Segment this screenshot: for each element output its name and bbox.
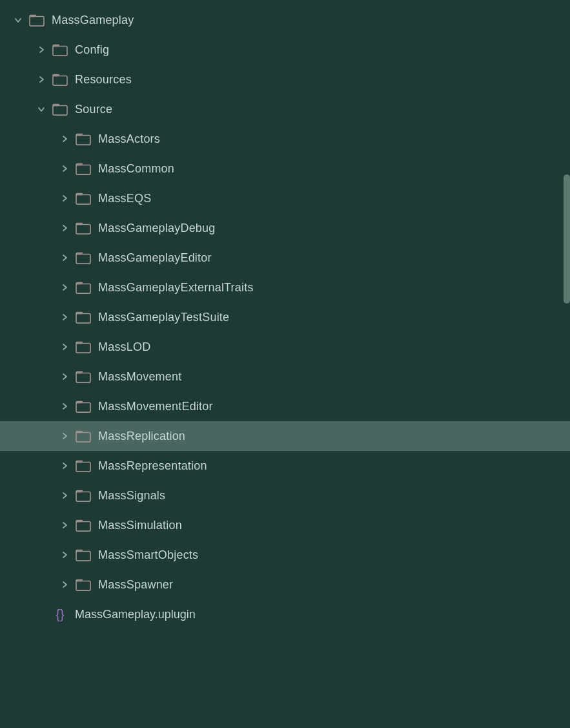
folder-icon <box>75 548 92 562</box>
item-label-mass-gameplay-test-suite: MassGameplayTestSuite <box>98 311 229 324</box>
folder-icon <box>75 251 92 265</box>
tree-item-mass-eqs[interactable]: MassEQS <box>0 183 570 213</box>
folder-icon <box>52 72 68 87</box>
plugin-icon: {} <box>52 607 68 621</box>
tree-item-mass-actors[interactable]: MassActors <box>0 124 570 154</box>
folder-icon <box>75 310 92 324</box>
folder-icon <box>75 459 92 473</box>
item-label-mass-gameplay-editor: MassGameplayEditor <box>98 251 212 265</box>
item-label-mass-actors: MassActors <box>98 132 160 146</box>
svg-rect-19 <box>76 581 90 591</box>
folder-icon <box>75 132 92 146</box>
svg-rect-4 <box>76 136 90 145</box>
chevron-right-icon <box>57 250 72 265</box>
item-label-mass-simulation: MassSimulation <box>98 519 182 532</box>
folder-icon <box>75 399 92 413</box>
item-label-source: Source <box>75 103 112 116</box>
tree-item-mass-movement-editor[interactable]: MassMovementEditor <box>0 391 570 421</box>
tree-item-mass-gameplay-test-suite[interactable]: MassGameplayTestSuite <box>0 302 570 332</box>
tree-item-mass-lod[interactable]: MassLOD <box>0 332 570 362</box>
chevron-right-icon <box>57 547 72 563</box>
svg-rect-8 <box>76 255 90 264</box>
item-label-config: Config <box>75 43 109 57</box>
scrollbar[interactable] <box>564 0 570 728</box>
file-tree: MassGameplay Config Resources Source Mas… <box>0 0 570 728</box>
folder-icon <box>75 161 92 176</box>
item-label-resources: Resources <box>75 73 132 87</box>
svg-rect-0 <box>30 17 44 26</box>
tree-item-mass-smart-objects[interactable]: MassSmartObjects <box>0 540 570 570</box>
folder-icon <box>28 13 45 27</box>
svg-rect-10 <box>76 314 90 324</box>
tree-item-mass-representation[interactable]: MassRepresentation <box>0 451 570 481</box>
tree-item-mass-gameplay[interactable]: MassGameplay <box>0 5 570 35</box>
svg-rect-15 <box>76 463 90 472</box>
chevron-right-icon <box>57 339 72 355</box>
item-label-mass-replication: MassReplication <box>98 430 185 443</box>
svg-rect-14 <box>76 433 90 442</box>
chevron-right-icon <box>57 369 72 384</box>
tree-item-source[interactable]: Source <box>0 94 570 124</box>
folder-icon <box>75 280 92 295</box>
tree-item-mass-replication[interactable]: MassReplication <box>0 421 570 451</box>
chevron-down-icon <box>10 12 26 28</box>
folder-icon <box>75 577 92 592</box>
svg-rect-16 <box>76 492 90 502</box>
folder-icon <box>75 518 92 532</box>
tree-item-mass-gameplay-external-traits[interactable]: MassGameplayExternalTraits <box>0 273 570 302</box>
item-label-mass-gameplay-uplugin: MassGameplay.uplugin <box>75 608 196 621</box>
folder-icon <box>75 369 92 384</box>
item-label-mass-movement: MassMovement <box>98 370 181 384</box>
svg-rect-18 <box>76 552 90 561</box>
chevron-right-icon <box>57 577 72 592</box>
folder-icon <box>75 429 92 443</box>
tree-item-mass-simulation[interactable]: MassSimulation <box>0 510 570 540</box>
svg-rect-9 <box>76 284 90 294</box>
tree-item-mass-common[interactable]: MassCommon <box>0 154 570 183</box>
svg-rect-11 <box>76 344 90 353</box>
folder-icon <box>52 102 68 116</box>
chevron-right-icon <box>57 131 72 147</box>
tree-item-resources[interactable]: Resources <box>0 65 570 94</box>
svg-rect-6 <box>76 195 90 205</box>
item-label-mass-common: MassCommon <box>98 162 174 176</box>
item-label-mass-movement-editor: MassMovementEditor <box>98 400 213 413</box>
chevron-right-icon <box>57 220 72 236</box>
folder-icon <box>75 221 92 235</box>
tree-item-mass-spawner[interactable]: MassSpawner <box>0 570 570 599</box>
chevron-right-icon <box>57 517 72 533</box>
item-label-mass-lod: MassLOD <box>98 340 150 354</box>
svg-rect-2 <box>53 76 67 86</box>
chevron-right-icon <box>34 72 49 87</box>
tree-item-config[interactable]: Config <box>0 35 570 65</box>
chevron-right-icon <box>57 191 72 206</box>
chevron-right-icon <box>57 161 72 176</box>
chevron-right-icon <box>57 280 72 295</box>
svg-rect-7 <box>76 225 90 234</box>
chevron-down-icon <box>34 101 49 117</box>
tree-item-mass-movement[interactable]: MassMovement <box>0 362 570 391</box>
svg-rect-12 <box>76 373 90 383</box>
folder-icon <box>52 43 68 57</box>
svg-rect-5 <box>76 165 90 175</box>
item-label-mass-gameplay: MassGameplay <box>52 14 134 27</box>
chevron-right-icon <box>57 309 72 325</box>
scrollbar-thumb[interactable] <box>564 174 570 304</box>
folder-icon <box>75 191 92 205</box>
item-label-mass-gameplay-debug: MassGameplayDebug <box>98 222 215 235</box>
item-label-mass-signals: MassSignals <box>98 489 165 503</box>
folder-icon <box>75 340 92 354</box>
svg-rect-1 <box>53 47 67 56</box>
tree-item-mass-gameplay-uplugin[interactable]: {} MassGameplay.uplugin <box>0 599 570 629</box>
chevron-right-icon <box>57 458 72 473</box>
folder-icon <box>75 488 92 503</box>
item-label-mass-spawner: MassSpawner <box>98 578 173 592</box>
tree-item-mass-signals[interactable]: MassSignals <box>0 481 570 510</box>
item-label-mass-smart-objects: MassSmartObjects <box>98 548 198 562</box>
chevron-right-icon <box>57 428 72 444</box>
chevron-right-icon <box>57 399 72 414</box>
tree-item-mass-gameplay-debug[interactable]: MassGameplayDebug <box>0 213 570 243</box>
tree-item-mass-gameplay-editor[interactable]: MassGameplayEditor <box>0 243 570 273</box>
chevron-right-icon <box>34 42 49 57</box>
item-label-mass-eqs: MassEQS <box>98 192 151 205</box>
